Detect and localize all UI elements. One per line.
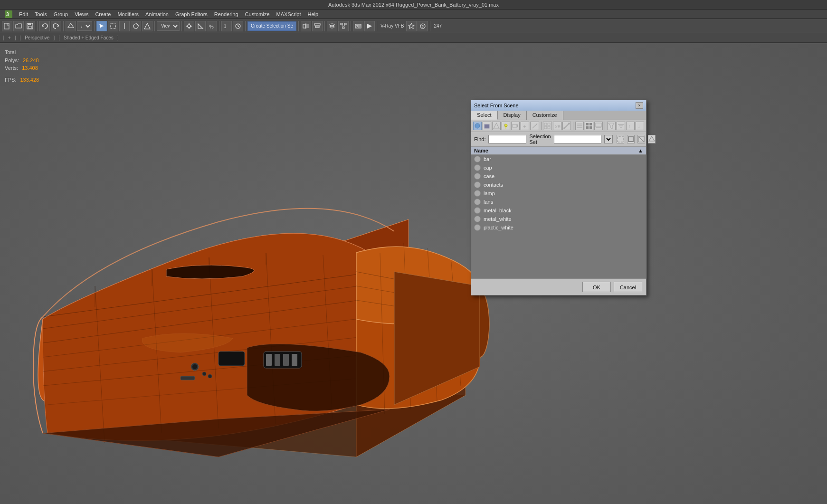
select-from-scene-dialog: Select From Scene × Select Display Custo…	[471, 100, 646, 295]
viewport-shading[interactable]: Shaded + Edged Faces	[64, 35, 114, 40]
viewport-perspective[interactable]: Perspective	[25, 35, 49, 40]
cancel-button[interactable]: Cancel	[614, 282, 642, 292]
snap-toggle-btn[interactable]	[184, 21, 194, 31]
select-all-btn[interactable]	[617, 135, 624, 143]
list-item[interactable]: bar	[471, 155, 646, 163]
viewport[interactable]: Total Polys: 26.248 Verts: 13.408 FPS: 1…	[0, 44, 827, 504]
view-dropdown[interactable]: View	[157, 21, 180, 31]
dialog-object-list[interactable]: bar cap case contacts lamp lans	[471, 155, 646, 278]
select-region-btn[interactable]	[108, 21, 118, 31]
list-item[interactable]: cap	[471, 163, 646, 172]
filter-btn[interactable]	[607, 122, 616, 130]
menu-customize[interactable]: Customize	[242, 10, 273, 18]
svg-rect-117	[618, 136, 623, 142]
redo-btn[interactable]	[51, 21, 61, 31]
select-filter-btn[interactable]	[66, 21, 76, 31]
mirror-btn[interactable]	[301, 21, 311, 31]
menu-tools[interactable]: Tools	[32, 10, 50, 18]
list-item[interactable]: metal_white	[471, 215, 646, 223]
sort-asc-btn[interactable]	[648, 135, 656, 143]
sep12	[430, 21, 430, 31]
tab-select[interactable]: Select	[471, 111, 498, 120]
menu-3dsmax[interactable]: 3	[2, 10, 15, 19]
viewport-plus[interactable]: +	[8, 35, 11, 40]
vray-btn1[interactable]	[406, 21, 417, 31]
menu-create[interactable]: Create	[92, 10, 114, 18]
time-btn[interactable]	[233, 21, 243, 31]
list-item[interactable]: lamp	[471, 189, 646, 198]
ok-button[interactable]: OK	[582, 282, 611, 292]
filter-cameras-btn[interactable]	[511, 122, 520, 130]
open-btn[interactable]	[13, 21, 24, 31]
menu-animation[interactable]: Animation	[143, 10, 171, 18]
spinner-snap-btn[interactable]: 1	[221, 21, 232, 31]
create-selection-btn[interactable]: Create Selection Se	[247, 21, 296, 31]
svg-text:3: 3	[6, 12, 9, 17]
list-item[interactable]: metal_black	[471, 206, 646, 215]
filter-geometry-btn[interactable]	[483, 122, 491, 130]
rotate-btn[interactable]	[131, 21, 141, 31]
svg-rect-75	[266, 354, 272, 366]
menu-edit[interactable]: Edit	[16, 10, 31, 18]
view-list-btn[interactable]	[575, 122, 584, 130]
angle-snap-btn[interactable]: °	[195, 21, 206, 31]
find-input[interactable]	[488, 135, 526, 143]
svg-line-121	[639, 137, 644, 142]
filter-spacewarps-btn[interactable]	[530, 122, 539, 130]
filter-all-btn[interactable]	[473, 122, 482, 130]
align-btn[interactable]	[312, 21, 323, 31]
menu-help[interactable]: Help	[305, 10, 322, 18]
filter-xrefs-btn[interactable]: XR	[553, 122, 561, 130]
svg-rect-25	[315, 26, 319, 28]
item-icon	[474, 224, 481, 231]
svg-line-99	[564, 124, 569, 128]
selection-set-input[interactable]	[554, 135, 601, 143]
filter-helpers-btn[interactable]: +	[521, 122, 529, 130]
list-item[interactable]: contacts	[471, 181, 646, 189]
percent-snap-btn[interactable]: %	[207, 21, 217, 31]
dialog-close-btn[interactable]: ×	[636, 102, 643, 109]
scale-btn[interactable]	[142, 21, 152, 31]
menu-graph-editors[interactable]: Graph Editors	[172, 10, 210, 18]
undo-btn[interactable]	[39, 21, 50, 31]
filter-shapes-btn[interactable]	[492, 122, 501, 130]
menu-views[interactable]: Views	[72, 10, 91, 18]
render-setup-btn[interactable]	[353, 21, 363, 31]
extra-btn1[interactable]: ↑	[626, 122, 635, 130]
dialog-titlebar[interactable]: Select From Scene ×	[471, 100, 646, 111]
sep10	[351, 21, 351, 31]
menu-rendering[interactable]: Rendering	[211, 10, 241, 18]
item-name: metal_white	[484, 216, 512, 222]
extra-btn2[interactable]: ↓	[636, 122, 644, 130]
selection-filter-dropdown[interactable]: All	[77, 21, 92, 31]
tab-display[interactable]: Display	[498, 111, 527, 120]
menu-modifiers[interactable]: Modifiers	[114, 10, 142, 18]
bracket-left: [	[3, 35, 4, 40]
svg-rect-77	[283, 354, 289, 366]
tab-customize[interactable]: Customize	[527, 111, 563, 120]
render-btn[interactable]	[364, 21, 375, 31]
filter-groups-btn[interactable]	[543, 122, 551, 130]
svg-rect-97	[548, 126, 550, 129]
view-icons-btn[interactable]	[585, 122, 593, 130]
view-thumbs-btn[interactable]	[594, 122, 603, 130]
select-object-btn[interactable]	[96, 21, 107, 31]
schematic-btn[interactable]	[338, 21, 349, 31]
menu-maxscript[interactable]: MAXScript	[274, 10, 304, 18]
list-item[interactable]: case	[471, 172, 646, 181]
selection-set-dropdown[interactable]	[604, 135, 613, 143]
filter-lights-btn[interactable]	[502, 122, 510, 130]
move-btn[interactable]	[119, 21, 130, 31]
menu-group[interactable]: Group	[51, 10, 71, 18]
item-name: contacts	[484, 182, 503, 188]
save-btn[interactable]	[25, 21, 35, 31]
new-scene-btn[interactable]	[2, 21, 12, 31]
vray-btn2[interactable]: ?	[418, 21, 428, 31]
select-invert-btn[interactable]	[627, 135, 635, 143]
layer-btn[interactable]	[327, 21, 337, 31]
list-item[interactable]: lans	[471, 198, 646, 206]
filter-bones-btn[interactable]	[562, 122, 571, 130]
list-item[interactable]: plactic_white	[471, 223, 646, 232]
select-none-btn[interactable]	[637, 135, 645, 143]
sort-btn[interactable]	[617, 122, 625, 130]
